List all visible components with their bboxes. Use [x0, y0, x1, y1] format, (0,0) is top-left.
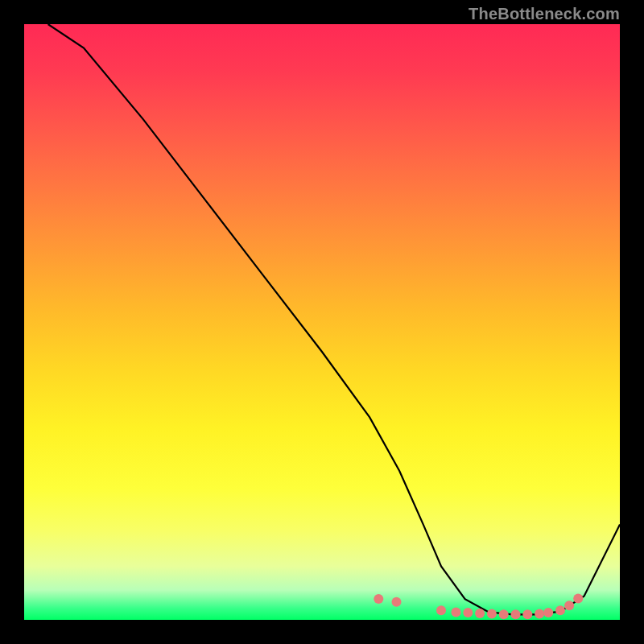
data-dot: [564, 601, 574, 610]
data-dot: [487, 609, 497, 619]
data-dot: [555, 605, 565, 615]
watermark-text: TheBottleneck.com: [469, 5, 620, 23]
data-dot: [511, 609, 521, 619]
data-dot: [543, 608, 553, 617]
data-dot: [392, 597, 402, 607]
data-dot: [463, 608, 473, 617]
data-dot: [535, 609, 544, 619]
plot-area: [24, 24, 620, 620]
data-dot: [436, 605, 446, 615]
data-dot: [522, 609, 532, 619]
curve-line: [48, 24, 620, 614]
data-dot: [452, 607, 461, 617]
data-dot: [499, 609, 509, 619]
data-dot: [475, 609, 485, 618]
chart-container: TheBottleneck.com: [0, 0, 644, 644]
chart-svg: [24, 24, 620, 620]
data-dot: [573, 593, 583, 603]
data-dot: [374, 594, 383, 604]
